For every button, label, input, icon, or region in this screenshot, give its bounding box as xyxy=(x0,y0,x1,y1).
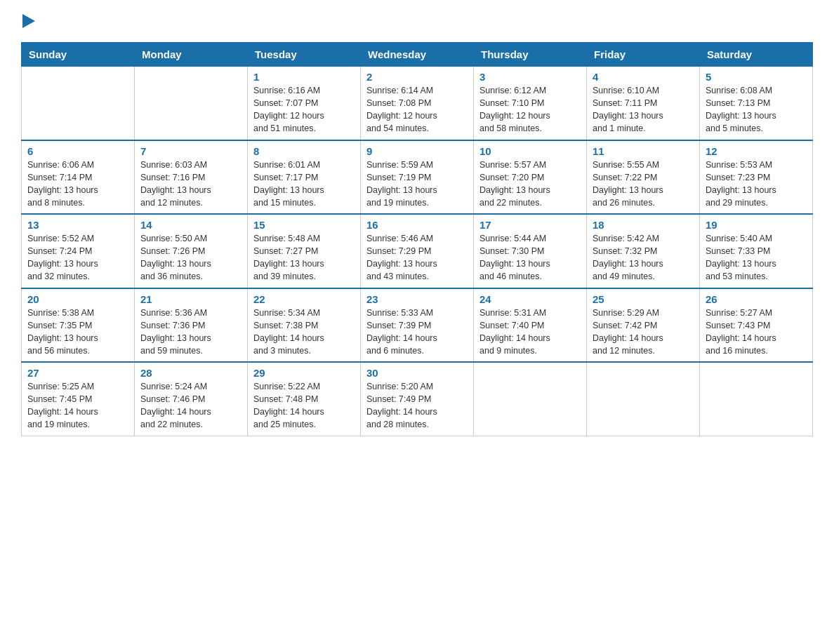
day-info: Sunrise: 5:34 AM Sunset: 7:38 PM Dayligh… xyxy=(253,307,355,358)
day-number: 17 xyxy=(479,219,581,231)
day-number: 30 xyxy=(366,367,468,379)
day-info: Sunrise: 5:59 AM Sunset: 7:19 PM Dayligh… xyxy=(366,159,468,210)
day-info: Sunrise: 5:20 AM Sunset: 7:49 PM Dayligh… xyxy=(366,380,468,431)
day-info: Sunrise: 5:36 AM Sunset: 7:36 PM Dayligh… xyxy=(140,307,241,358)
day-info: Sunrise: 6:06 AM Sunset: 7:14 PM Dayligh… xyxy=(27,159,128,210)
weekday-header-tuesday: Tuesday xyxy=(248,43,361,67)
day-info: Sunrise: 6:16 AM Sunset: 7:07 PM Dayligh… xyxy=(253,84,355,135)
calendar-cell: 10Sunrise: 5:57 AM Sunset: 7:20 PM Dayli… xyxy=(474,140,587,215)
day-info: Sunrise: 5:57 AM Sunset: 7:20 PM Dayligh… xyxy=(479,159,581,210)
calendar-week-row: 6Sunrise: 6:06 AM Sunset: 7:14 PM Daylig… xyxy=(22,140,813,215)
day-number: 18 xyxy=(593,219,694,231)
calendar-cell: 23Sunrise: 5:33 AM Sunset: 7:39 PM Dayli… xyxy=(361,288,474,363)
calendar-cell: 1Sunrise: 6:16 AM Sunset: 7:07 PM Daylig… xyxy=(248,67,361,140)
day-number: 10 xyxy=(479,145,581,157)
calendar-cell: 2Sunrise: 6:14 AM Sunset: 7:08 PM Daylig… xyxy=(361,67,474,140)
calendar-cell: 6Sunrise: 6:06 AM Sunset: 7:14 PM Daylig… xyxy=(22,140,135,215)
day-info: Sunrise: 6:10 AM Sunset: 7:11 PM Dayligh… xyxy=(593,84,694,135)
calendar-week-row: 13Sunrise: 5:52 AM Sunset: 7:24 PM Dayli… xyxy=(22,214,813,288)
calendar-cell xyxy=(587,362,700,436)
day-number: 4 xyxy=(593,71,694,83)
calendar-cell: 16Sunrise: 5:46 AM Sunset: 7:29 PM Dayli… xyxy=(361,214,474,288)
day-number: 22 xyxy=(253,293,355,305)
day-info: Sunrise: 5:52 AM Sunset: 7:24 PM Dayligh… xyxy=(27,232,128,283)
day-number: 3 xyxy=(479,71,581,83)
calendar-cell: 28Sunrise: 5:24 AM Sunset: 7:46 PM Dayli… xyxy=(135,362,248,436)
page-header xyxy=(21,14,813,28)
day-info: Sunrise: 5:48 AM Sunset: 7:27 PM Dayligh… xyxy=(253,232,355,283)
day-number: 1 xyxy=(253,71,355,83)
weekday-header-sunday: Sunday xyxy=(22,43,135,67)
day-number: 24 xyxy=(479,293,581,305)
weekday-header-saturday: Saturday xyxy=(700,43,813,67)
calendar-cell: 13Sunrise: 5:52 AM Sunset: 7:24 PM Dayli… xyxy=(22,214,135,288)
calendar-cell xyxy=(135,67,248,140)
day-number: 13 xyxy=(27,219,128,231)
calendar-cell: 18Sunrise: 5:42 AM Sunset: 7:32 PM Dayli… xyxy=(587,214,700,288)
day-info: Sunrise: 6:08 AM Sunset: 7:13 PM Dayligh… xyxy=(706,84,807,135)
day-info: Sunrise: 5:29 AM Sunset: 7:42 PM Dayligh… xyxy=(593,307,694,358)
day-info: Sunrise: 5:46 AM Sunset: 7:29 PM Dayligh… xyxy=(366,232,468,283)
calendar-cell: 22Sunrise: 5:34 AM Sunset: 7:38 PM Dayli… xyxy=(248,288,361,363)
day-info: Sunrise: 5:44 AM Sunset: 7:30 PM Dayligh… xyxy=(479,232,581,283)
logo-arrow-icon xyxy=(22,14,35,28)
calendar-cell: 30Sunrise: 5:20 AM Sunset: 7:49 PM Dayli… xyxy=(361,362,474,436)
calendar-cell xyxy=(700,362,813,436)
day-number: 23 xyxy=(366,293,468,305)
day-number: 8 xyxy=(253,145,355,157)
day-info: Sunrise: 5:27 AM Sunset: 7:43 PM Dayligh… xyxy=(706,307,807,358)
calendar-cell: 11Sunrise: 5:55 AM Sunset: 7:22 PM Dayli… xyxy=(587,140,700,215)
day-info: Sunrise: 5:40 AM Sunset: 7:33 PM Dayligh… xyxy=(706,232,807,283)
calendar-cell: 20Sunrise: 5:38 AM Sunset: 7:35 PM Dayli… xyxy=(22,288,135,363)
day-info: Sunrise: 5:53 AM Sunset: 7:23 PM Dayligh… xyxy=(706,159,807,210)
calendar-table: SundayMondayTuesdayWednesdayThursdayFrid… xyxy=(21,42,813,436)
day-info: Sunrise: 5:50 AM Sunset: 7:26 PM Dayligh… xyxy=(140,232,241,283)
day-info: Sunrise: 6:14 AM Sunset: 7:08 PM Dayligh… xyxy=(366,84,468,135)
calendar-cell: 17Sunrise: 5:44 AM Sunset: 7:30 PM Dayli… xyxy=(474,214,587,288)
logo xyxy=(21,14,35,28)
calendar-cell: 19Sunrise: 5:40 AM Sunset: 7:33 PM Dayli… xyxy=(700,214,813,288)
day-number: 20 xyxy=(27,293,128,305)
calendar-cell: 15Sunrise: 5:48 AM Sunset: 7:27 PM Dayli… xyxy=(248,214,361,288)
day-number: 9 xyxy=(366,145,468,157)
day-info: Sunrise: 6:01 AM Sunset: 7:17 PM Dayligh… xyxy=(253,159,355,210)
day-info: Sunrise: 5:42 AM Sunset: 7:32 PM Dayligh… xyxy=(593,232,694,283)
weekday-header-thursday: Thursday xyxy=(474,43,587,67)
calendar-cell: 5Sunrise: 6:08 AM Sunset: 7:13 PM Daylig… xyxy=(700,67,813,140)
day-number: 11 xyxy=(593,145,694,157)
weekday-header-wednesday: Wednesday xyxy=(361,43,474,67)
day-info: Sunrise: 5:25 AM Sunset: 7:45 PM Dayligh… xyxy=(27,380,128,431)
day-info: Sunrise: 5:31 AM Sunset: 7:40 PM Dayligh… xyxy=(479,307,581,358)
day-info: Sunrise: 5:33 AM Sunset: 7:39 PM Dayligh… xyxy=(366,307,468,358)
day-number: 19 xyxy=(706,219,807,231)
calendar-week-row: 20Sunrise: 5:38 AM Sunset: 7:35 PM Dayli… xyxy=(22,288,813,363)
calendar-cell: 8Sunrise: 6:01 AM Sunset: 7:17 PM Daylig… xyxy=(248,140,361,215)
day-number: 14 xyxy=(140,219,241,231)
day-info: Sunrise: 5:22 AM Sunset: 7:48 PM Dayligh… xyxy=(253,380,355,431)
calendar-cell: 14Sunrise: 5:50 AM Sunset: 7:26 PM Dayli… xyxy=(135,214,248,288)
day-number: 27 xyxy=(27,367,128,379)
calendar-week-row: 27Sunrise: 5:25 AM Sunset: 7:45 PM Dayli… xyxy=(22,362,813,436)
calendar-cell: 27Sunrise: 5:25 AM Sunset: 7:45 PM Dayli… xyxy=(22,362,135,436)
day-number: 29 xyxy=(253,367,355,379)
day-number: 5 xyxy=(706,71,807,83)
day-info: Sunrise: 5:24 AM Sunset: 7:46 PM Dayligh… xyxy=(140,380,241,431)
calendar-cell xyxy=(22,67,135,140)
day-number: 6 xyxy=(27,145,128,157)
svg-marker-0 xyxy=(22,14,35,28)
calendar-cell: 9Sunrise: 5:59 AM Sunset: 7:19 PM Daylig… xyxy=(361,140,474,215)
weekday-header-monday: Monday xyxy=(135,43,248,67)
calendar-cell: 7Sunrise: 6:03 AM Sunset: 7:16 PM Daylig… xyxy=(135,140,248,215)
day-number: 21 xyxy=(140,293,241,305)
calendar-cell: 3Sunrise: 6:12 AM Sunset: 7:10 PM Daylig… xyxy=(474,67,587,140)
day-number: 12 xyxy=(706,145,807,157)
weekday-header-row: SundayMondayTuesdayWednesdayThursdayFrid… xyxy=(22,43,813,67)
calendar-cell: 4Sunrise: 6:10 AM Sunset: 7:11 PM Daylig… xyxy=(587,67,700,140)
weekday-header-friday: Friday xyxy=(587,43,700,67)
day-number: 15 xyxy=(253,219,355,231)
day-info: Sunrise: 6:03 AM Sunset: 7:16 PM Dayligh… xyxy=(140,159,241,210)
day-number: 25 xyxy=(593,293,694,305)
calendar-cell: 21Sunrise: 5:36 AM Sunset: 7:36 PM Dayli… xyxy=(135,288,248,363)
calendar-cell: 12Sunrise: 5:53 AM Sunset: 7:23 PM Dayli… xyxy=(700,140,813,215)
day-number: 2 xyxy=(366,71,468,83)
